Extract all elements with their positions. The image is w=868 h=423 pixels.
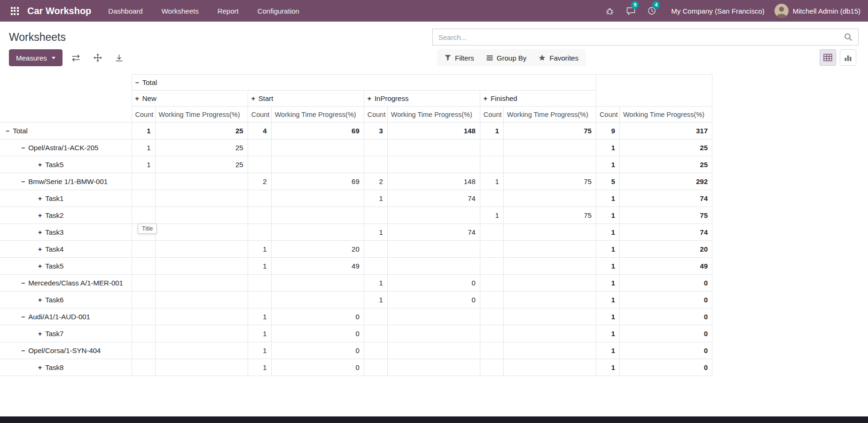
collapse-icon[interactable]: − [21,144,25,152]
pivot-cell[interactable] [480,325,503,342]
pivot-cell[interactable]: 0 [271,325,364,342]
expand-all-button[interactable] [90,50,106,66]
measure-header-working-time-progress[interactable]: Working Time Progress(%) [619,107,712,123]
pivot-cell[interactable]: 9 [596,123,619,139]
pivot-cell[interactable]: 0 [271,308,364,325]
expand-icon[interactable]: + [38,246,42,253]
pivot-cell[interactable] [132,207,155,224]
measure-header-count[interactable]: Count [248,107,271,123]
pivot-cell[interactable]: 1 [596,275,619,292]
pivot-row-header-task6[interactable]: +Task6 [0,292,132,308]
expand-icon[interactable]: + [135,95,139,102]
pivot-row-header-audi-a1-1-aud-001[interactable]: −Audi/A1/1-AUD-001 [0,308,132,325]
pivot-cell[interactable] [155,190,248,207]
pivot-cell[interactable] [387,325,480,342]
expand-icon[interactable]: + [38,262,42,270]
pivot-cell[interactable] [132,275,155,292]
pivot-cell[interactable] [132,292,155,308]
collapse-icon[interactable]: − [21,178,25,185]
pivot-row-header-bmw-serie-1-1-bmw-001[interactable]: −Bmw/Serie 1/1-BMW-001 [0,173,132,190]
pivot-cell[interactable]: 1 [596,139,619,156]
pivot-row-header-task4[interactable]: +Task4 [0,241,132,258]
pivot-cell[interactable] [364,359,387,376]
pivot-cell[interactable] [503,275,596,292]
pivot-cell[interactable] [248,207,271,224]
pivot-cell[interactable] [503,224,596,241]
pivot-cell[interactable] [155,241,248,258]
pivot-col-group-start[interactable]: +Start [248,91,364,107]
pivot-cell[interactable] [503,292,596,308]
pivot-cell[interactable] [503,308,596,325]
pivot-cell[interactable]: 1 [132,156,155,173]
pivot-cell[interactable]: 0 [619,342,712,359]
apps-menu-icon[interactable] [8,4,22,18]
pivot-cell[interactable] [480,275,503,292]
pivot-cell[interactable]: 49 [271,258,364,275]
pivot-row-header-task5[interactable]: +Task5 [0,258,132,275]
pivot-cell[interactable] [248,275,271,292]
pivot-col-group-inprogress[interactable]: +InProgress [364,91,480,107]
collapse-icon[interactable]: − [21,347,25,354]
pivot-cell[interactable] [364,308,387,325]
pivot-cell[interactable] [480,139,503,156]
pivot-col-header-total[interactable]: −Total [132,75,596,91]
pivot-row-header-task7[interactable]: +Task7 [0,325,132,342]
pivot-cell[interactable]: 69 [271,173,364,190]
pivot-cell[interactable] [155,258,248,275]
pivot-cell[interactable]: 148 [387,123,480,139]
pivot-cell[interactable] [155,292,248,308]
pivot-cell[interactable] [480,156,503,173]
menu-worksheets[interactable]: Worksheets [162,7,199,15]
pivot-cell[interactable] [364,207,387,224]
pivot-cell[interactable] [132,325,155,342]
pivot-row-header-opel-corsa-1-syn-404[interactable]: −Opel/Corsa/1-SYN-404 [0,342,132,359]
pivot-cell[interactable]: 1 [596,224,619,241]
pivot-cell[interactable] [132,342,155,359]
search-input[interactable] [433,33,838,41]
pivot-cell[interactable] [271,224,364,241]
measure-header-working-time-progress[interactable]: Working Time Progress(%) [271,107,364,123]
pivot-cell[interactable]: 20 [271,241,364,258]
menu-configuration[interactable]: Configuration [258,7,299,15]
pivot-cell[interactable] [132,258,155,275]
pivot-cell[interactable]: 1 [248,359,271,376]
pivot-row-header-total[interactable]: −Total [0,123,132,139]
pivot-cell[interactable]: 25 [155,156,248,173]
pivot-cell[interactable]: 1 [364,190,387,207]
pivot-cell[interactable]: 20 [619,241,712,258]
pivot-cell[interactable]: 1 [596,292,619,308]
pivot-cell[interactable] [480,342,503,359]
pivot-cell[interactable] [503,359,596,376]
pivot-cell[interactable] [480,359,503,376]
pivot-cell[interactable] [503,258,596,275]
pivot-cell[interactable]: 2 [248,173,271,190]
pivot-cell[interactable]: 5 [596,173,619,190]
measure-header-count[interactable]: Count [480,107,503,123]
pivot-cell[interactable]: 1 [480,173,503,190]
company-switcher[interactable]: My Company (San Francisco) [671,7,764,15]
pivot-cell[interactable] [155,275,248,292]
pivot-cell[interactable]: 74 [619,224,712,241]
collapse-icon[interactable]: − [135,79,139,86]
pivot-cell[interactable] [155,308,248,325]
pivot-cell[interactable]: 1 [132,123,155,139]
pivot-cell[interactable]: 0 [619,275,712,292]
pivot-cell[interactable] [155,207,248,224]
menu-report[interactable]: Report [218,7,239,15]
measure-header-count[interactable]: Count [596,107,619,123]
pivot-cell[interactable]: 0 [271,342,364,359]
pivot-cell[interactable] [364,241,387,258]
pivot-row-header-mercedes-class-a-1-mer-001[interactable]: −Mercedes/Class A/1-MER-001 [0,275,132,292]
pivot-cell[interactable]: 1 [132,139,155,156]
pivot-cell[interactable]: 0 [619,325,712,342]
pivot-cell[interactable] [155,359,248,376]
pivot-cell[interactable]: 1 [248,325,271,342]
pivot-cell[interactable] [132,190,155,207]
pivot-cell[interactable]: 1 [596,342,619,359]
pivot-cell[interactable]: 69 [271,123,364,139]
pivot-cell[interactable] [271,292,364,308]
pivot-cell[interactable]: 0 [271,359,364,376]
favorites-button[interactable]: Favorites [534,51,583,65]
pivot-cell[interactable]: 1 [248,241,271,258]
pivot-cell[interactable] [387,342,480,359]
